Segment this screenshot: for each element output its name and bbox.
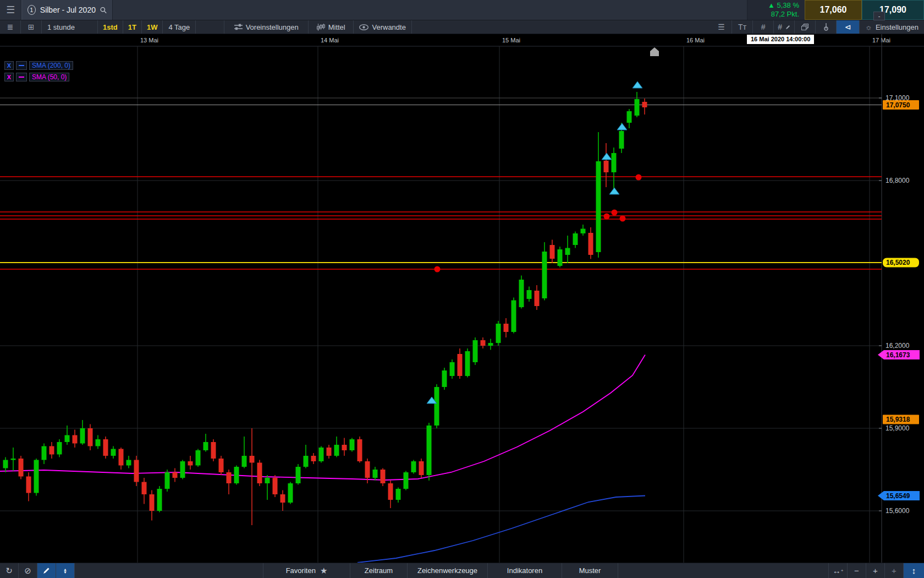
buy-button[interactable]: 17,090 [862,0,924,20]
candle-body [358,439,362,461]
plumb-line-icon[interactable] [816,20,837,34]
candle-body [3,460,8,468]
menu-icon[interactable]: ☰ [0,0,21,20]
tab-indikatoren[interactable]: Indikatoren [488,563,562,578]
timeframe-1std-button[interactable]: 1std [98,20,123,34]
grid-edit-icon[interactable]: # [774,20,795,34]
candle-body [512,301,516,332]
candle-body [542,252,547,298]
candle-body [527,290,532,299]
time-marker-handle[interactable] [650,47,659,56]
legend-close-button[interactable]: X [4,61,14,70]
candle-body [80,428,85,444]
candle-body [488,343,493,346]
fit-horizontal-icon[interactable]: ↔+ [829,563,848,578]
layout-grid-icon[interactable]: ⊞ [21,20,42,34]
candlestick-chart[interactable]: 13 Mai14 Mai15 Mai16 Mai17 Mai17,100016,… [0,34,924,563]
candle-body [50,446,54,455]
candle-body [411,461,416,472]
instrument-title: Silber - Jul 2020 [40,6,96,14]
related-button[interactable]: Verwandte [354,20,412,34]
indicator-legend: X SMA (200, 0) X SMA (50, 0) [4,61,73,81]
price-tick-label: 15,6000 [886,507,910,515]
date-tick-label: 15 Mai [502,37,520,43]
candle-body [596,161,601,252]
date-tick-label: 14 Mai [321,37,339,43]
price-label-tool-active[interactable]: ⊲ [837,20,860,34]
instrument-tab[interactable]: 1 Silber - Jul 2020 [21,0,113,20]
price-tick-label: 15,9000 [886,424,910,432]
candle-body [481,340,486,346]
candle-body [257,463,262,484]
up-arrow-icon: ▲ [768,1,775,9]
timeframe-1t-button[interactable]: 1T [123,20,142,34]
draw-pencil-icon[interactable] [37,563,56,578]
watchlist-icon[interactable]: ≣ [0,20,21,34]
candle-body [304,456,309,467]
alert-dot[interactable] [612,210,618,216]
legend-close-button[interactable]: X [4,73,14,81]
candles [3,92,647,525]
average-button[interactable]: Mittel [309,20,354,34]
candle-body [496,324,501,343]
grid-icon[interactable]: # [753,20,774,34]
zoom-out-icon[interactable]: − [848,563,866,578]
top-bar-spacer [113,0,747,20]
tab-zeitraum[interactable]: Zeitraum [350,563,408,578]
candle-body [396,489,401,500]
candle-body [219,459,224,472]
alert-dot[interactable] [604,214,610,220]
fit-vertical-icon[interactable]: ↕ [904,563,924,578]
sell-button[interactable]: 17,060 [805,0,862,20]
related-label: Verwandte [372,23,405,31]
bottombar-gap [75,563,263,578]
chart-area[interactable]: 13 Mai14 Mai15 Mai16 Mai17 Mai17,100016,… [0,34,924,563]
candle-body [458,354,463,376]
candle-body [404,472,409,489]
candle-body [388,483,393,500]
candle-body [211,442,216,459]
settings-button[interactable]: ☼ Einstellungen [860,20,924,34]
layers-icon[interactable] [795,20,816,34]
clear-drawings-icon[interactable]: ⊘ [19,563,37,578]
tab-muster[interactable]: Muster [562,563,618,578]
date-tick-label: 13 Mai [140,37,158,43]
eye-icon [359,24,369,30]
candle-body [519,280,524,307]
alert-dot[interactable] [636,175,642,181]
timeframe-select[interactable]: 1 stunde [42,20,98,34]
timeframe-1w-button[interactable]: 1W [142,20,163,34]
alert-dot[interactable] [435,266,441,272]
candle-body [588,233,593,255]
crosshair-icon[interactable]: + [885,563,904,578]
candle-body [280,494,285,503]
sort-updown-icon[interactable]: ▲▼ [56,563,75,578]
refresh-icon[interactable]: ↻ [0,563,19,578]
tab-favoriten[interactable]: Favoriten ★ [263,563,350,578]
change-percent: 5,38 % [777,1,799,9]
order-list-icon[interactable]: ☰ [711,20,732,34]
candle-body [319,448,324,461]
candle-body [134,460,139,482]
star-icon: ★ [320,566,327,576]
legend-label: SMA (200, 0) [29,61,73,70]
tab-zeichenwerkzeuge[interactable]: Zeichenwerkzeuge [408,563,488,578]
candle-body [581,229,586,234]
zoom-in-icon[interactable]: + [866,563,885,578]
candle-body [504,324,509,332]
alert-dot[interactable] [620,216,626,222]
range-button[interactable]: 4 Tage [163,20,196,34]
search-icon[interactable] [100,6,107,14]
candle-body [373,470,378,478]
text-size-icon[interactable]: Tт [732,20,753,34]
candle-body [173,472,178,478]
candle-body [365,461,370,478]
price-tag-label: 16,5020 [886,259,910,266]
settings-label: Einstellungen [876,23,919,31]
candle-body [612,153,617,172]
candle-body [558,249,563,266]
pencil-icon [43,567,50,574]
candle-body [57,442,62,455]
candle-body [350,439,355,450]
presets-button[interactable]: Voreinstellungen [224,20,309,34]
